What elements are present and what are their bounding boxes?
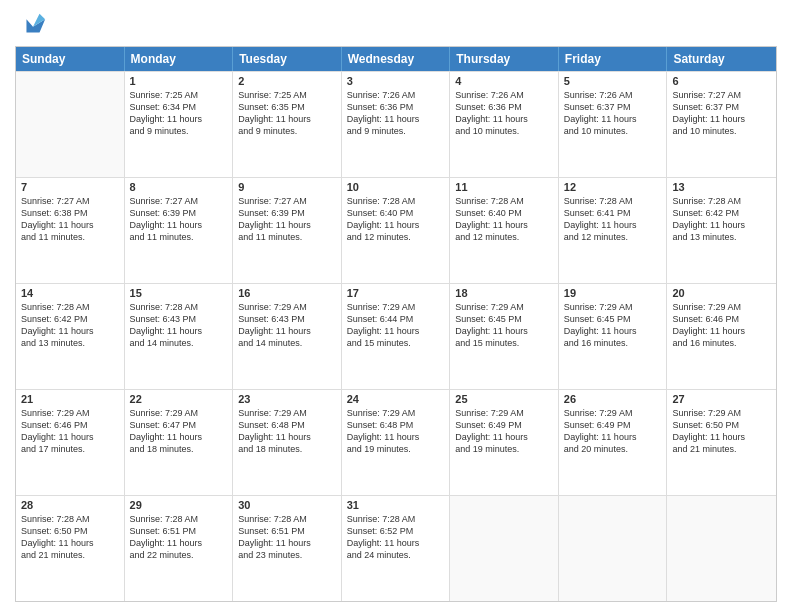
day-number: 16	[238, 287, 336, 299]
cell-line: Sunset: 6:42 PM	[21, 313, 119, 325]
calendar-cell: 12Sunrise: 7:28 AMSunset: 6:41 PMDayligh…	[559, 178, 668, 283]
day-number: 3	[347, 75, 445, 87]
cell-line: Daylight: 11 hours	[672, 325, 771, 337]
cell-line: Sunrise: 7:29 AM	[21, 407, 119, 419]
cell-line: and 15 minutes.	[347, 337, 445, 349]
cell-line: Sunrise: 7:29 AM	[347, 407, 445, 419]
day-number: 29	[130, 499, 228, 511]
cell-line: and 24 minutes.	[347, 549, 445, 561]
cell-line: Sunset: 6:48 PM	[238, 419, 336, 431]
cell-line: and 18 minutes.	[238, 443, 336, 455]
header	[15, 10, 777, 38]
calendar-cell: 14Sunrise: 7:28 AMSunset: 6:42 PMDayligh…	[16, 284, 125, 389]
cell-line: Sunset: 6:39 PM	[130, 207, 228, 219]
calendar-cell	[16, 72, 125, 177]
cell-line: Sunset: 6:40 PM	[455, 207, 553, 219]
cell-line: Sunrise: 7:29 AM	[564, 301, 662, 313]
header-day: Monday	[125, 47, 234, 71]
calendar-row: 1Sunrise: 7:25 AMSunset: 6:34 PMDaylight…	[16, 71, 776, 177]
calendar-row: 21Sunrise: 7:29 AMSunset: 6:46 PMDayligh…	[16, 389, 776, 495]
cell-line: Sunrise: 7:26 AM	[564, 89, 662, 101]
calendar: SundayMondayTuesdayWednesdayThursdayFrid…	[15, 46, 777, 602]
cell-line: Sunrise: 7:29 AM	[455, 301, 553, 313]
calendar-cell: 30Sunrise: 7:28 AMSunset: 6:51 PMDayligh…	[233, 496, 342, 601]
day-number: 28	[21, 499, 119, 511]
calendar-cell	[667, 496, 776, 601]
calendar-cell: 28Sunrise: 7:28 AMSunset: 6:50 PMDayligh…	[16, 496, 125, 601]
cell-line: Daylight: 11 hours	[672, 219, 771, 231]
cell-line: Sunrise: 7:29 AM	[455, 407, 553, 419]
day-number: 4	[455, 75, 553, 87]
day-number: 18	[455, 287, 553, 299]
cell-line: Daylight: 11 hours	[238, 431, 336, 443]
cell-line: Daylight: 11 hours	[455, 113, 553, 125]
cell-line: Sunrise: 7:27 AM	[238, 195, 336, 207]
calendar-cell: 20Sunrise: 7:29 AMSunset: 6:46 PMDayligh…	[667, 284, 776, 389]
cell-line: Sunrise: 7:29 AM	[238, 407, 336, 419]
cell-line: Daylight: 11 hours	[455, 431, 553, 443]
cell-line: Sunset: 6:41 PM	[564, 207, 662, 219]
cell-line: and 10 minutes.	[564, 125, 662, 137]
cell-line: Daylight: 11 hours	[564, 219, 662, 231]
day-number: 13	[672, 181, 771, 193]
calendar-cell: 15Sunrise: 7:28 AMSunset: 6:43 PMDayligh…	[125, 284, 234, 389]
header-day: Wednesday	[342, 47, 451, 71]
cell-line: Daylight: 11 hours	[238, 219, 336, 231]
cell-line: and 22 minutes.	[130, 549, 228, 561]
cell-line: Sunset: 6:42 PM	[672, 207, 771, 219]
day-number: 17	[347, 287, 445, 299]
cell-line: Sunset: 6:37 PM	[564, 101, 662, 113]
calendar-cell: 8Sunrise: 7:27 AMSunset: 6:39 PMDaylight…	[125, 178, 234, 283]
cell-line: and 19 minutes.	[455, 443, 553, 455]
cell-line: Sunset: 6:47 PM	[130, 419, 228, 431]
cell-line: and 12 minutes.	[564, 231, 662, 243]
calendar-cell: 4Sunrise: 7:26 AMSunset: 6:36 PMDaylight…	[450, 72, 559, 177]
day-number: 12	[564, 181, 662, 193]
cell-line: Daylight: 11 hours	[21, 325, 119, 337]
calendar-body: 1Sunrise: 7:25 AMSunset: 6:34 PMDaylight…	[16, 71, 776, 601]
cell-line: Daylight: 11 hours	[672, 113, 771, 125]
calendar-cell	[450, 496, 559, 601]
cell-line: Sunset: 6:52 PM	[347, 525, 445, 537]
cell-line: Daylight: 11 hours	[21, 219, 119, 231]
cell-line: Daylight: 11 hours	[347, 219, 445, 231]
cell-line: Sunrise: 7:28 AM	[347, 195, 445, 207]
cell-line: Sunset: 6:37 PM	[672, 101, 771, 113]
calendar-cell: 31Sunrise: 7:28 AMSunset: 6:52 PMDayligh…	[342, 496, 451, 601]
calendar-cell: 16Sunrise: 7:29 AMSunset: 6:43 PMDayligh…	[233, 284, 342, 389]
cell-line: and 11 minutes.	[21, 231, 119, 243]
calendar-cell: 21Sunrise: 7:29 AMSunset: 6:46 PMDayligh…	[16, 390, 125, 495]
cell-line: Sunset: 6:50 PM	[21, 525, 119, 537]
day-number: 26	[564, 393, 662, 405]
day-number: 30	[238, 499, 336, 511]
cell-line: Sunrise: 7:26 AM	[347, 89, 445, 101]
cell-line: Sunrise: 7:29 AM	[238, 301, 336, 313]
cell-line: Sunrise: 7:25 AM	[130, 89, 228, 101]
cell-line: Daylight: 11 hours	[130, 537, 228, 549]
cell-line: and 12 minutes.	[455, 231, 553, 243]
day-number: 11	[455, 181, 553, 193]
cell-line: Sunset: 6:46 PM	[672, 313, 771, 325]
day-number: 20	[672, 287, 771, 299]
cell-line: and 9 minutes.	[347, 125, 445, 137]
calendar-cell: 3Sunrise: 7:26 AMSunset: 6:36 PMDaylight…	[342, 72, 451, 177]
cell-line: Daylight: 11 hours	[238, 325, 336, 337]
cell-line: Sunset: 6:40 PM	[347, 207, 445, 219]
day-number: 9	[238, 181, 336, 193]
day-number: 22	[130, 393, 228, 405]
header-day: Sunday	[16, 47, 125, 71]
cell-line: Sunset: 6:46 PM	[21, 419, 119, 431]
day-number: 23	[238, 393, 336, 405]
cell-line: Sunset: 6:48 PM	[347, 419, 445, 431]
cell-line: and 11 minutes.	[130, 231, 228, 243]
header-day: Friday	[559, 47, 668, 71]
cell-line: Sunrise: 7:28 AM	[130, 301, 228, 313]
cell-line: Daylight: 11 hours	[238, 113, 336, 125]
cell-line: Daylight: 11 hours	[130, 113, 228, 125]
calendar-cell: 10Sunrise: 7:28 AMSunset: 6:40 PMDayligh…	[342, 178, 451, 283]
cell-line: and 21 minutes.	[21, 549, 119, 561]
cell-line: Sunset: 6:43 PM	[130, 313, 228, 325]
cell-line: Daylight: 11 hours	[347, 325, 445, 337]
day-number: 31	[347, 499, 445, 511]
calendar-cell: 11Sunrise: 7:28 AMSunset: 6:40 PMDayligh…	[450, 178, 559, 283]
